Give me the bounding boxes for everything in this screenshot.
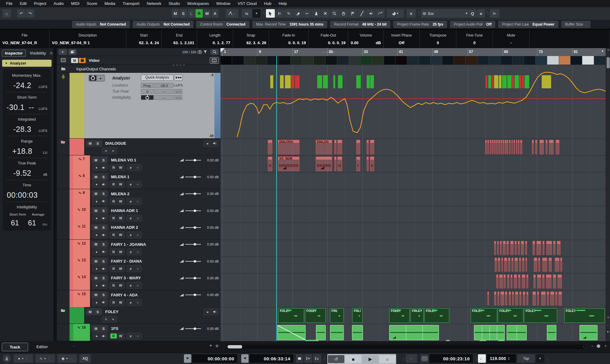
track-name[interactable]: HANNA ADR 1 xyxy=(111,208,138,213)
inspector-tab-inspector[interactable]: Inspector xyxy=(2,50,26,57)
info-snap[interactable]: Snap 62. 3. 4. 26 xyxy=(233,30,269,49)
track-1fs[interactable]: ∿16 MS1FS0.00 dB ● RW e○ xyxy=(57,324,221,341)
track-name[interactable]: FAIRY 2 - DIANA xyxy=(111,259,142,263)
info-fine-tune[interactable]: Fine-Tune 0 xyxy=(456,30,493,49)
audio-event[interactable] xyxy=(504,258,507,272)
bottom-tab-track[interactable]: Track xyxy=(2,343,28,351)
monitor-button[interactable] xyxy=(100,283,107,288)
track-color-tab[interactable]: ∿16 xyxy=(73,324,90,341)
prev-arrow-button[interactable]: ◄ xyxy=(174,89,178,94)
record-enable-button[interactable]: ● xyxy=(93,216,100,221)
foley-audio-event[interactable] xyxy=(474,325,505,340)
audio-event[interactable] xyxy=(509,292,511,306)
mute-button[interactable]: M xyxy=(92,208,99,213)
camera-icon[interactable] xyxy=(198,50,202,54)
audio-event[interactable] xyxy=(268,140,272,154)
audio-event[interactable] xyxy=(546,274,551,288)
audio-event[interactable] xyxy=(508,258,510,272)
mute-button[interactable]: M xyxy=(87,309,94,314)
audio-event[interactable] xyxy=(542,274,545,288)
read-automation-button[interactable]: R xyxy=(110,199,117,204)
monitor-button[interactable] xyxy=(100,232,107,237)
quick-analysis-button[interactable]: Quick Analysis xyxy=(141,75,174,81)
panel-divider[interactable] xyxy=(54,48,57,341)
track-milena-vo-1[interactable]: ∿7 MSMILENA VO 10.00 dB ● RW e○ xyxy=(57,155,221,172)
monitor-button[interactable] xyxy=(211,309,218,314)
audio-event[interactable] xyxy=(553,241,555,255)
foley-event[interactable]: FOLI xyxy=(352,308,363,323)
foley-event[interactable]: FOLEY xyxy=(524,308,557,323)
lock-button[interactable] xyxy=(79,58,86,63)
track-lane-7[interactable]: VO_NEW_ xyxy=(221,155,606,172)
info-invert-phase[interactable]: Invert Phase Off xyxy=(384,30,420,49)
track-color-tab[interactable]: ∿8 xyxy=(73,172,90,189)
write-automation-button[interactable]: W xyxy=(117,300,124,305)
audio-event[interactable] xyxy=(370,140,374,154)
project-home-button[interactable]: ⌂ xyxy=(2,9,11,18)
audio-event[interactable] xyxy=(546,241,552,255)
analyzer-cell[interactable]: Prog. xyxy=(141,83,154,88)
audio-event[interactable] xyxy=(558,292,562,306)
menu-vst-cloud[interactable]: VST Cloud xyxy=(234,0,260,7)
menu-help[interactable]: Help xyxy=(275,0,291,7)
listen-button[interactable]: ○ xyxy=(135,283,141,288)
info-length[interactable]: Length 0. 1. 2. 77 xyxy=(197,30,233,49)
audio-event[interactable] xyxy=(503,140,504,154)
audio-event[interactable] xyxy=(499,274,502,288)
listen-button[interactable]: ○ xyxy=(135,266,141,271)
audio-event[interactable] xyxy=(494,140,496,154)
global-l-button[interactable]: L xyxy=(188,9,195,18)
line-up-button[interactable]: ⊫ xyxy=(490,9,500,18)
audio-event[interactable] xyxy=(505,292,507,306)
volume-slider[interactable] xyxy=(185,177,201,177)
auto-scroll-dropdown[interactable]: ▼ xyxy=(253,9,260,18)
audio-event[interactable] xyxy=(538,258,540,272)
global-s-button[interactable]: S xyxy=(180,9,187,18)
write-automation-button[interactable]: W xyxy=(117,182,124,187)
menu-network[interactable]: Network xyxy=(143,0,165,7)
status-project-frame-rate[interactable]: Project Frame Rate25 fps xyxy=(393,21,447,28)
info-fade-in[interactable]: Fade-In 0. 0. 0. 19 xyxy=(269,30,309,49)
timeline-ruler[interactable]: 19172533414957657381 ▼ ‒ ‒ ‒ ‒ xyxy=(221,48,606,56)
audio-event[interactable] xyxy=(514,274,517,288)
audio-event[interactable] xyxy=(537,274,541,288)
audio-event[interactable] xyxy=(526,274,528,288)
record-enable-button[interactable]: ● xyxy=(93,300,100,305)
audio-event[interactable] xyxy=(503,241,506,255)
status-max-record-time[interactable]: Max. Record Time1591 hours 35 mins xyxy=(252,21,328,28)
audio-event[interactable] xyxy=(556,140,560,154)
track-name[interactable]: FAIRY 1 - JOANNA xyxy=(111,242,146,247)
menu-media[interactable]: Media xyxy=(101,0,119,7)
audio-event[interactable] xyxy=(511,274,512,288)
audio-event[interactable] xyxy=(533,292,536,306)
status-control-room[interactable]: Control RoomConnected xyxy=(196,21,249,28)
edit-channel-button[interactable]: e xyxy=(127,199,134,204)
audio-event[interactable] xyxy=(518,241,520,255)
analyzer-value[interactable]: -- xyxy=(154,89,174,94)
audio-event[interactable] xyxy=(356,140,361,154)
track-name[interactable]: MILENA 1 xyxy=(111,175,129,179)
audio-event[interactable] xyxy=(487,140,489,154)
tool-draw-button[interactable]: ✎ xyxy=(284,9,293,18)
audio-event[interactable] xyxy=(509,140,511,154)
edit-channel-button[interactable]: e xyxy=(127,266,134,271)
audio-event[interactable] xyxy=(337,140,342,154)
foley-audio-event[interactable] xyxy=(580,325,597,340)
volume-slider[interactable] xyxy=(185,227,201,228)
listen-button[interactable]: ○ xyxy=(135,232,141,237)
listen-button[interactable]: ○ xyxy=(135,334,141,338)
arranger-button[interactable]: ◐ xyxy=(406,354,417,363)
quantize-button[interactable]: Q xyxy=(468,9,476,18)
read-automation-button[interactable]: R xyxy=(110,266,117,271)
analyzer-power-button[interactable] xyxy=(89,76,96,81)
edit-channel-button[interactable]: e xyxy=(127,334,134,338)
audio-event[interactable] xyxy=(316,157,332,171)
mute-button[interactable]: M xyxy=(71,58,78,63)
solo-button[interactable]: S xyxy=(94,141,101,146)
foley-audio-event[interactable] xyxy=(389,325,439,340)
track-color-tab[interactable]: ∿7 xyxy=(73,155,90,172)
menu-audio[interactable]: Audio xyxy=(50,0,67,7)
edit-channel-button[interactable]: e xyxy=(127,283,134,288)
track-fairy-4-ada[interactable]: ∿15 MSFAIRY 4 - ADA0.00 dB ● RW e○ xyxy=(57,290,221,307)
status-buffer-size[interactable]: Buffer Size xyxy=(561,21,590,28)
